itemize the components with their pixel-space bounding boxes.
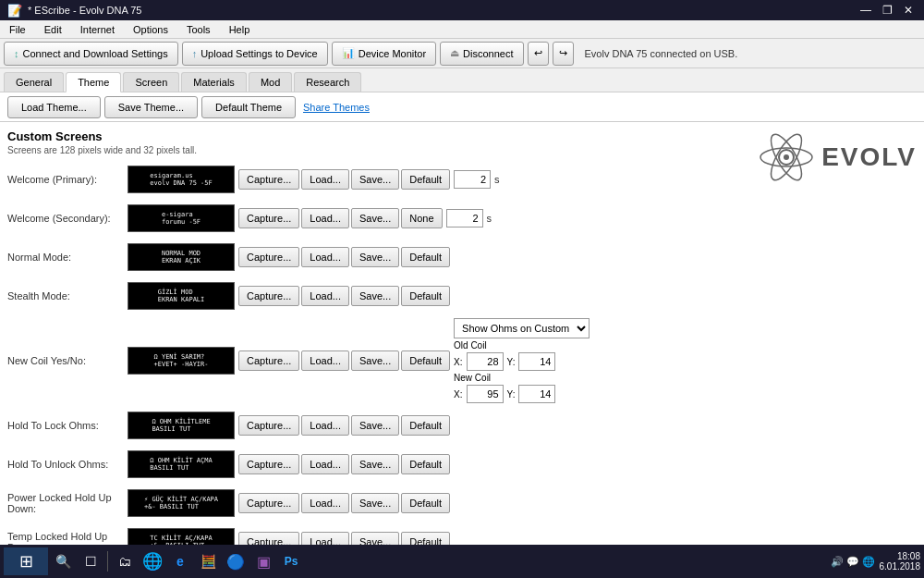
screen-preview: Ω OHM KİLİT AÇMABASILI TUT <box>128 450 235 478</box>
screen-rows-container: Welcome (Primary):esigaram.usevolv DNA 7… <box>7 163 917 578</box>
screen-row-btn-save[interactable]: Save... <box>351 286 399 306</box>
old-coil-y-input[interactable] <box>518 352 555 371</box>
screen-row-btn-save[interactable]: Save... <box>351 415 399 436</box>
new-coil-x-input[interactable] <box>467 385 504 403</box>
screen-row-btn-load[interactable]: Load... <box>301 415 349 436</box>
taskbar-task-view-icon[interactable]: ☐ <box>78 548 103 574</box>
screen-preview: e-sigaraforumu -5F <box>128 204 235 232</box>
row-buttons: Capture...Load...Save...Default <box>238 454 450 474</box>
load-theme-button[interactable]: Load Theme... <box>7 96 101 118</box>
screen-row-btn-load[interactable]: Load... <box>301 350 349 371</box>
taskbar-separator <box>107 551 108 572</box>
old-coil-x-input[interactable] <box>467 352 504 371</box>
menu-tools[interactable]: Tools <box>181 22 216 37</box>
screen-row: Normal Mode:NORMAL MODEKRAN AÇIKCapture.… <box>7 240 917 274</box>
screen-row-btn-default[interactable]: Default <box>401 454 450 474</box>
window-controls: — ❐ ✕ <box>857 4 917 17</box>
start-button[interactable]: ⊞ <box>4 547 48 575</box>
screen-row-btn-load[interactable]: Load... <box>301 286 349 306</box>
screen-row-btn-none[interactable]: None <box>401 208 442 228</box>
ohms-display-dropdown[interactable]: Show Ohms on CustomShow Ohms on NewDon't… <box>454 318 590 338</box>
tab-research[interactable]: Research <box>294 72 361 92</box>
screen-row-label: Power Locked Hold Up Down: <box>7 492 128 514</box>
timer-input[interactable] <box>454 170 491 189</box>
taskbar-ie-icon[interactable]: e <box>167 548 193 574</box>
screen-row-label: Welcome (Secondary): <box>7 213 128 224</box>
taskbar-photoshop-icon[interactable]: Ps <box>278 548 304 574</box>
taskbar-search-icon[interactable]: 🔍 <box>50 548 76 574</box>
menu-bar: File Edit Internet Options Tools Help <box>0 20 924 39</box>
taskbar-system-tray: 🔊 💬 🌐 18:08 6.01.2018 <box>831 551 920 572</box>
tab-theme[interactable]: Theme <box>66 72 121 92</box>
tab-materials[interactable]: Materials <box>181 72 247 92</box>
screen-row: Power Locked Hold Up Down:⚡ GÜÇ KİLİT AÇ… <box>7 486 917 520</box>
row-buttons: Capture...Load...Save...Default <box>238 286 450 306</box>
screen-row-btn-save[interactable]: Save... <box>351 493 399 513</box>
screen-row-btn-capture[interactable]: Capture... <box>238 493 299 513</box>
evolv-atom-icon <box>759 129 814 185</box>
screen-row: Stealth Mode:GİZLİ MODEKRAN KAPALICaptur… <box>7 279 917 313</box>
screen-row-btn-save[interactable]: Save... <box>351 454 399 474</box>
tab-screen[interactable]: Screen <box>123 72 179 92</box>
screen-row-label: Normal Mode: <box>7 252 128 263</box>
timer-unit-label: s <box>494 174 500 185</box>
screen-row-btn-save[interactable]: Save... <box>351 247 399 267</box>
taskbar-browser-icon[interactable]: 🌐 <box>140 548 165 574</box>
screen-row-btn-default[interactable]: Default <box>401 415 450 436</box>
screen-row-btn-default[interactable]: Default <box>401 350 450 371</box>
screen-row-btn-capture[interactable]: Capture... <box>238 169 299 190</box>
status-text: Evolv DNA 75 connected on USB. <box>585 48 738 59</box>
minimize-button[interactable]: — <box>857 4 875 17</box>
taskbar-file-manager-icon[interactable]: 🗂 <box>112 548 138 574</box>
screen-row-btn-default[interactable]: Default <box>401 169 450 190</box>
timer-input[interactable] <box>446 209 483 228</box>
screen-row-btn-capture[interactable]: Capture... <box>238 247 299 267</box>
menu-help[interactable]: Help <box>224 22 256 37</box>
screen-row-btn-load[interactable]: Load... <box>301 208 349 228</box>
main-content: EVOLV Custom Screens Screens are 128 pix… <box>0 122 924 578</box>
screen-row-btn-load[interactable]: Load... <box>301 247 349 267</box>
screen-row-btn-capture[interactable]: Capture... <box>238 208 299 228</box>
screen-preview: Ω OHM KİLİTLEMEBASILI TUT <box>128 412 235 439</box>
screen-row-btn-capture[interactable]: Capture... <box>238 415 299 436</box>
share-themes-link[interactable]: Share Themes <box>303 102 370 113</box>
screen-row-btn-save[interactable]: Save... <box>351 350 399 371</box>
row-buttons: Capture...Load...Save...Default <box>238 247 450 267</box>
close-button[interactable]: ✕ <box>900 4 917 17</box>
taskbar-calc-icon[interactable]: 🧮 <box>195 548 221 574</box>
screen-preview: NORMAL MODEKRAN AÇIK <box>128 243 235 271</box>
tab-general[interactable]: General <box>4 72 64 92</box>
menu-edit[interactable]: Edit <box>39 22 67 37</box>
newcoil-extra: Show Ohms on CustomShow Ohms on NewDon't… <box>454 318 590 403</box>
disconnect-button[interactable]: ⏏ Disconnect <box>440 42 523 66</box>
save-theme-button[interactable]: Save Theme... <box>104 96 198 118</box>
connect-download-button[interactable]: ↕ Connect and Download Settings <box>4 42 178 66</box>
screen-row-btn-capture[interactable]: Capture... <box>238 350 299 371</box>
menu-options[interactable]: Options <box>128 22 174 37</box>
menu-internet[interactable]: Internet <box>75 22 120 37</box>
screen-row-btn-default[interactable]: Default <box>401 493 450 513</box>
taskbar-chrome-icon[interactable]: 🔵 <box>223 548 249 574</box>
new-coil-y-input[interactable] <box>518 385 555 403</box>
screen-row-btn-default[interactable]: Default <box>401 286 450 306</box>
tab-mod[interactable]: Mod <box>249 72 292 92</box>
default-theme-button[interactable]: Default Theme <box>201 96 296 118</box>
screen-row-btn-load[interactable]: Load... <box>301 169 349 190</box>
screen-row-btn-load[interactable]: Load... <box>301 454 349 474</box>
device-monitor-button[interactable]: 📊 Device Monitor <box>332 42 436 66</box>
redo-button[interactable]: ↪ <box>553 42 574 66</box>
undo-button[interactable]: ↩ <box>528 42 549 66</box>
upload-settings-button[interactable]: ↑ Upload Settings to Device <box>182 42 328 66</box>
screen-row-btn-load[interactable]: Load... <box>301 493 349 513</box>
screen-row-btn-save[interactable]: Save... <box>351 169 399 190</box>
screen-row-btn-capture[interactable]: Capture... <box>238 454 299 474</box>
menu-file[interactable]: File <box>4 22 31 37</box>
screen-row-btn-default[interactable]: Default <box>401 247 450 267</box>
disconnect-icon: ⏏ <box>450 47 459 59</box>
screen-row: Hold To Lock Ohms:Ω OHM KİLİTLEMEBASILI … <box>7 409 917 442</box>
maximize-button[interactable]: ❐ <box>879 4 896 17</box>
taskbar-app1-icon[interactable]: ▣ <box>250 548 276 574</box>
screen-row-btn-capture[interactable]: Capture... <box>238 286 299 306</box>
screen-row-btn-save[interactable]: Save... <box>351 208 399 228</box>
tabs-bar: General Theme Screen Materials Mod Resea… <box>0 68 924 92</box>
